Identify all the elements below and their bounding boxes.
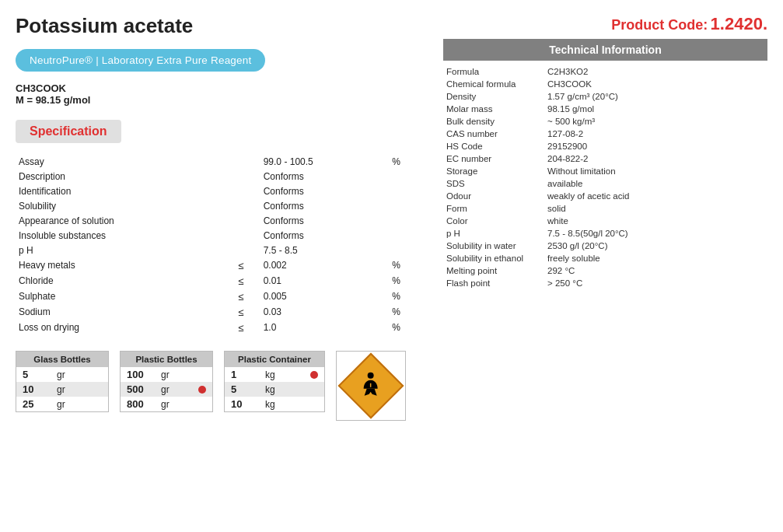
pkg-unit: kg	[265, 384, 287, 395]
spec-row-value: 0.03	[260, 304, 390, 320]
tech-key: EC number	[443, 152, 544, 165]
tech-val: white	[544, 215, 767, 227]
tech-val: solid	[544, 202, 767, 215]
hazard-symbol-box	[336, 351, 406, 421]
pkg-unit: gr	[57, 399, 79, 410]
tech-key: Color	[443, 215, 544, 227]
pkg-unit: gr	[57, 384, 79, 395]
spec-row: Appearance of solution Conforms	[16, 213, 428, 228]
tech-key: Storage	[443, 165, 544, 177]
pkg-unit: gr	[161, 399, 183, 410]
pkg-row: 10gr	[16, 382, 108, 397]
spec-row-value: 0.005	[260, 289, 390, 304]
pkg-qty: 10	[231, 398, 260, 410]
spec-row: Heavy metals ≤ 0.002 %	[16, 257, 428, 273]
spec-row-name: Insoluble substances	[16, 228, 222, 243]
spec-row-unit	[389, 243, 428, 257]
tech-row: SDS available	[443, 177, 767, 190]
spec-row-name: Chloride	[16, 273, 222, 289]
spec-row-value: 99.0 - 100.5	[260, 154, 390, 169]
pkg-qty: 25	[23, 398, 52, 410]
technical-info-table: Formula C2H3KO2 Chemical formula CH3COOK…	[443, 65, 767, 289]
spec-row-name: Loss on drying	[16, 320, 222, 335]
spec-row-leq: ≤	[222, 257, 260, 273]
tech-key: Bulk density	[443, 115, 544, 128]
specification-header: Specification	[16, 120, 121, 143]
spec-row: Identification Conforms	[16, 184, 428, 198]
pkg-row: 10kg	[225, 397, 324, 411]
pkg-qty: 5	[23, 369, 52, 380]
spec-row-name: Appearance of solution	[16, 213, 222, 228]
spec-row-name: Sulphate	[16, 289, 222, 304]
tech-row: Solubility in water 2530 g/l (20°C)	[443, 240, 767, 252]
tech-key: Flash point	[443, 277, 544, 289]
tech-key: SDS	[443, 177, 544, 190]
spec-row-leq: ≤	[222, 289, 260, 304]
hazard-diamond	[338, 353, 404, 419]
pkg-qty: 100	[127, 369, 156, 380]
tech-row: Storage Without limitation	[443, 165, 767, 177]
pkg-qty: 500	[127, 383, 156, 395]
hazard-icon	[358, 370, 384, 402]
spec-row-value: 0.002	[260, 257, 390, 273]
pkg-row: 500gr	[121, 382, 212, 397]
spec-row-leq	[222, 184, 260, 198]
spec-row: Sodium ≤ 0.03 %	[16, 304, 428, 320]
spec-row-leq	[222, 243, 260, 257]
spec-row-name: Sodium	[16, 304, 222, 320]
spec-row-value: Conforms	[260, 198, 390, 213]
product-title: Potassium acetate	[16, 14, 428, 38]
pkg-qty: 1	[231, 369, 260, 380]
tech-row: CAS number 127-08-2	[443, 128, 767, 140]
spec-row-leq	[222, 228, 260, 243]
tech-val: CH3COOK	[544, 78, 767, 90]
pkg-row: 5gr	[16, 367, 108, 382]
spec-row-unit: %	[389, 304, 428, 320]
pkg-row: 100gr	[121, 367, 212, 382]
tech-val: weakly of acetic acid	[544, 190, 767, 202]
spec-row: p H 7.5 - 8.5	[16, 243, 428, 257]
spec-row: Insoluble substances Conforms	[16, 228, 428, 243]
tech-key: Melting point	[443, 264, 544, 277]
spec-row-unit: %	[389, 154, 428, 169]
tech-key: Odour	[443, 190, 544, 202]
pkg-qty: 5	[231, 383, 260, 395]
pkg-unit: kg	[265, 399, 287, 410]
spec-row-name: Solubility	[16, 198, 222, 213]
tech-val: 292 °C	[544, 264, 767, 277]
tech-key: Solubility in water	[443, 240, 544, 252]
tech-val: > 250 °C	[544, 277, 767, 289]
tech-val: 98.15 g/mol	[544, 103, 767, 115]
tech-key: CAS number	[443, 128, 544, 140]
spec-row: Loss on drying ≤ 1.0 %	[16, 320, 428, 335]
pkg-row: 800gr	[121, 397, 212, 411]
pkg-unit: gr	[161, 384, 183, 395]
specification-table: Assay 99.0 - 100.5 % Description Conform…	[16, 154, 428, 335]
spec-row-name: p H	[16, 243, 222, 257]
glass-bottles-table: Glass Bottles 5gr10gr25gr	[16, 351, 109, 412]
tech-row: Flash point > 250 °C	[443, 277, 767, 289]
spec-row: Assay 99.0 - 100.5 %	[16, 154, 428, 169]
spec-row-unit: %	[389, 257, 428, 273]
spec-row-unit: %	[389, 289, 428, 304]
spec-row: Description Conforms	[16, 169, 428, 184]
availability-dot	[310, 371, 318, 379]
tech-row: Density 1.57 g/cm³ (20°C)	[443, 90, 767, 103]
tech-row: Color white	[443, 215, 767, 227]
spec-row-unit	[389, 198, 428, 213]
plastic-container-table: Plastic Container 1kg5kg10kg	[224, 351, 325, 412]
tech-key: Form	[443, 202, 544, 215]
spec-row-leq	[222, 169, 260, 184]
tech-val: 127-08-2	[544, 128, 767, 140]
spec-row-unit: %	[389, 273, 428, 289]
tech-val: C2H3KO2	[544, 65, 767, 78]
availability-dot	[198, 386, 206, 394]
spec-row-value: Conforms	[260, 184, 390, 198]
spec-row-unit: %	[389, 320, 428, 335]
neutropure-badge: NeutroPure® | Laboratory Extra Pure Reag…	[16, 49, 265, 72]
tech-val: ~ 500 kg/m³	[544, 115, 767, 128]
spec-row-unit	[389, 228, 428, 243]
technical-info-box: Technical Information Formula C2H3KO2 Ch…	[443, 39, 767, 289]
spec-row-unit	[389, 169, 428, 184]
tech-row: p H 7.5 - 8.5(50g/l 20°C)	[443, 227, 767, 240]
